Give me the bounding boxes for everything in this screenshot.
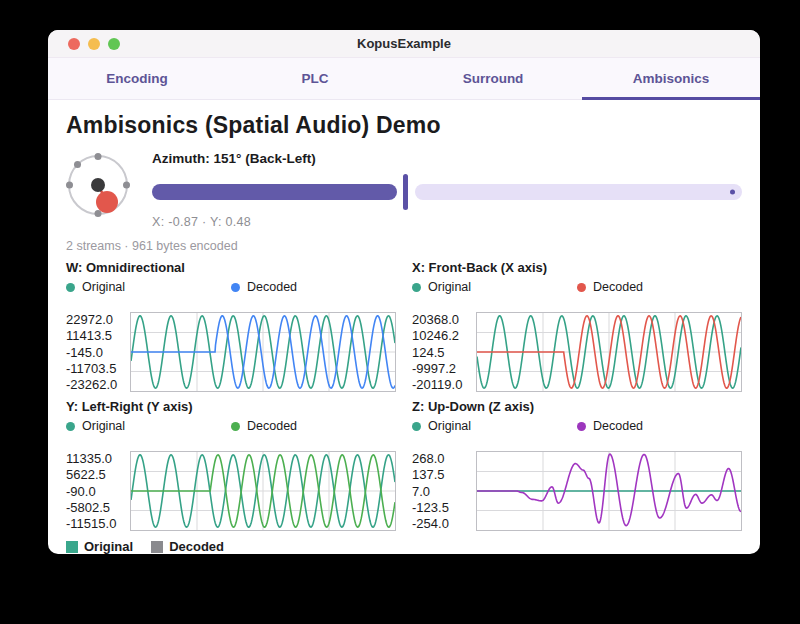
dial-marker-top [95,153,102,160]
legend-dot-icon [577,422,586,431]
original-swatch-icon [66,541,78,553]
legend-dot-icon [412,283,421,292]
legend-dot-icon [231,283,240,292]
legend-item-original: Original [412,280,577,294]
chart-y-left-right: Y: Left-Right (Y axis) Original Decoded … [66,392,396,531]
slider-handle[interactable] [403,174,408,210]
charts-grid: W: Omnidirectional Original Decoded 2297… [66,253,742,531]
chart-z-up-down: Z: Up-Down (Z axis) Original Decoded 268… [412,392,742,531]
azimuth-slider[interactable] [152,174,742,210]
y-axis-ticks: 11335.0 5622.5 -90.0 -5802.5 -11515.0 [66,451,124,531]
legend-item-decoded: Decoded [231,419,396,433]
azimuth-slider-column: Azimuth: 151° (Back-Left) X: -0.87 · Y: … [152,151,742,229]
close-window-button[interactable] [68,38,80,50]
chart-legend: Original Decoded [66,280,396,294]
legend-item-decoded: Decoded [577,280,742,294]
chart-title: W: Omnidirectional [66,260,396,275]
tab-bar: Encoding PLC Surround Ambisonics [48,58,760,100]
waveform-plot [130,451,396,531]
azimuth-dial-graphic [66,153,130,217]
legend-dot-icon [66,422,75,431]
legend-item-original: Original [412,419,577,433]
source-coordinates: X: -0.87 · Y: 0.48 [152,215,742,229]
slider-empty-track[interactable] [415,184,742,200]
y-axis-ticks: 268.0 137.5 7.0 -123.5 -254.0 [412,451,470,531]
tab-plc[interactable]: PLC [226,58,404,99]
plot-row: 268.0 137.5 7.0 -123.5 -254.0 [412,451,742,531]
legend-item-original: Original [66,280,231,294]
legend-dot-icon [231,422,240,431]
bottom-legend-decoded: Decoded [151,539,224,554]
chart-legend: Original Decoded [66,419,396,433]
dial-marker-left [66,182,73,189]
decoded-swatch-icon [151,541,163,553]
slider-filled-track[interactable] [152,184,397,200]
stream-stats: 2 streams · 961 bytes encoded [66,239,742,253]
dial-center-dot [91,178,105,192]
y-axis-ticks: 22972.0 11413.5 -145.0 -11703.5 -23262.0 [66,312,124,392]
dial-marker-bottom [95,210,102,217]
app-window: KopusExample Encoding PLC Surround Ambis… [48,30,760,554]
bottom-legend: Original Decoded [66,539,742,554]
waveform-plot [130,312,396,392]
tab-ambisonics[interactable]: Ambisonics [582,58,760,99]
tab-content: Ambisonics (Spatial Audio) Demo Azimuth:… [48,100,760,554]
azimuth-dial[interactable] [66,153,130,217]
waveform-plot [476,451,742,531]
title-bar: KopusExample [48,30,760,58]
traffic-lights [68,30,120,57]
legend-dot-icon [412,422,421,431]
legend-dot-icon [66,283,75,292]
plot-row: 20368.0 10246.2 124.5 -9997.2 -20119.0 [412,312,742,392]
dial-marker-right [123,182,130,189]
chart-x-front-back: X: Front-Back (X axis) Original Decoded … [412,253,742,392]
page-title: Ambisonics (Spatial Audio) Demo [66,112,742,139]
chart-legend: Original Decoded [412,280,742,294]
dial-source-dot[interactable] [96,191,118,213]
bottom-legend-original: Original [66,539,133,554]
dial-marker-upper-left [74,161,81,168]
legend-item-decoded: Decoded [231,280,396,294]
minimize-window-button[interactable] [88,38,100,50]
legend-item-original: Original [66,419,231,433]
chart-title: Y: Left-Right (Y axis) [66,399,396,414]
zoom-window-button[interactable] [108,38,120,50]
legend-dot-icon [577,283,586,292]
legend-item-decoded: Decoded [577,419,742,433]
chart-title: Z: Up-Down (Z axis) [412,399,742,414]
tab-encoding[interactable]: Encoding [48,58,226,99]
slider-end-dot [730,190,735,195]
y-axis-ticks: 20368.0 10246.2 124.5 -9997.2 -20119.0 [412,312,470,392]
window-title: KopusExample [357,36,451,51]
tab-surround[interactable]: Surround [404,58,582,99]
chart-title: X: Front-Back (X axis) [412,260,742,275]
azimuth-label: Azimuth: 151° (Back-Left) [152,151,742,166]
azimuth-control-row: Azimuth: 151° (Back-Left) X: -0.87 · Y: … [66,151,742,229]
plot-row: 22972.0 11413.5 -145.0 -11703.5 -23262.0 [66,312,396,392]
chart-w-omnidirectional: W: Omnidirectional Original Decoded 2297… [66,253,396,392]
plot-row: 11335.0 5622.5 -90.0 -5802.5 -11515.0 [66,451,396,531]
waveform-plot [476,312,742,392]
chart-legend: Original Decoded [412,419,742,433]
